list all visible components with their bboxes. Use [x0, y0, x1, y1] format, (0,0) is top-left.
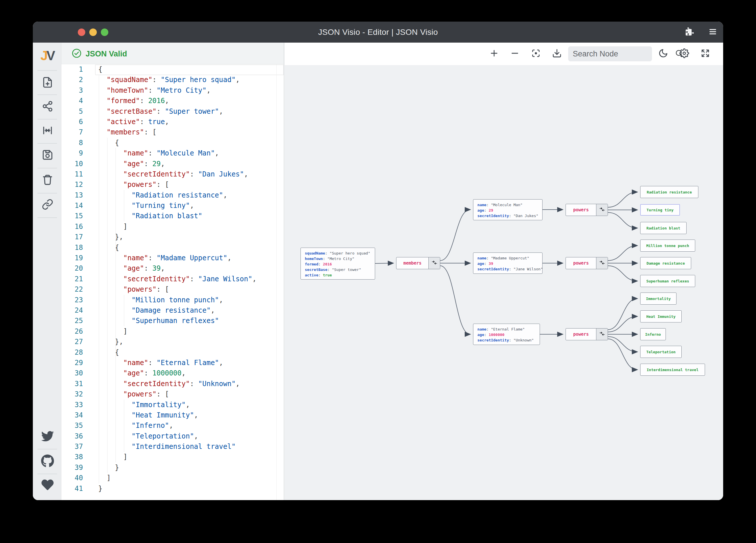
graph-node-leaf-damage-resistance[interactable]: Damage resistance	[640, 257, 691, 269]
graph-node-leaf-radiation-resistance[interactable]: Radiation resistance	[640, 186, 698, 198]
code-line[interactable]: "powers": [	[98, 179, 256, 190]
code-line[interactable]: "secretIdentity": "Dan Jukes",	[98, 169, 256, 179]
collapse-node-button[interactable]	[596, 204, 608, 216]
graph-node-members[interactable]: members	[396, 257, 440, 269]
graph-node-member-2[interactable]: name: "Madame Uppercut"age: 39secretIden…	[473, 253, 543, 274]
code-line[interactable]: "Turning tiny",	[98, 201, 256, 211]
code-line[interactable]: },	[98, 232, 256, 242]
theme-toggle-button[interactable]	[658, 48, 669, 59]
collapse-node-button[interactable]	[596, 258, 608, 269]
code-line[interactable]: "Immortality",	[98, 400, 256, 410]
new-document-button[interactable]	[41, 76, 54, 90]
graph-node-leaf-teleportation[interactable]: Teleportation	[640, 346, 682, 358]
graph-node-member-3[interactable]: name: "Eternal Flame"age: 1000000secretI…	[473, 323, 540, 345]
github-button[interactable]	[41, 455, 54, 468]
graph-canvas[interactable]: squadName: "Super hero squad"homeTown: "…	[285, 43, 723, 500]
code-line[interactable]: "powers": [	[98, 389, 256, 399]
line-number: 32	[61, 389, 83, 399]
graph-node-leaf-turning-tiny[interactable]: Turning tiny	[640, 204, 680, 216]
line-number: 35	[61, 420, 83, 431]
code-line[interactable]: },	[98, 336, 256, 347]
zoom-out-button[interactable]	[509, 48, 520, 59]
graph-node-leaf-inferno[interactable]: Inferno	[640, 328, 666, 340]
node-row: age: 29	[477, 208, 538, 213]
code-line[interactable]: "age": 29,	[98, 159, 256, 169]
collapse-node-button[interactable]	[428, 258, 440, 269]
code-line[interactable]: "secretIdentity": "Unknown",	[98, 379, 256, 389]
line-number: 17	[61, 232, 83, 242]
code-line[interactable]: "Million tonne punch",	[98, 295, 256, 305]
code-line[interactable]: "powers": [	[98, 284, 256, 294]
code-line[interactable]: "age": 39,	[98, 263, 256, 273]
code-line[interactable]: }	[98, 483, 256, 494]
sidebar-divider	[37, 218, 57, 218]
code-line[interactable]: "Radiation blast"	[98, 211, 256, 221]
graph-node-powers-3[interactable]: powers	[566, 328, 608, 340]
code-line[interactable]: "active": true,	[98, 117, 256, 127]
graph-node-leaf-superhuman-reflexes[interactable]: Superhuman reflexes	[640, 275, 695, 287]
array-node-label: powers	[566, 328, 596, 340]
zoom-in-button[interactable]	[489, 48, 500, 59]
share-button[interactable]	[41, 100, 54, 114]
code-line[interactable]: ]	[98, 452, 256, 462]
json-editor[interactable]: 1234567891011121314151617181920212223242…	[61, 64, 284, 500]
line-number: 26	[61, 326, 83, 336]
code-line[interactable]: "Superhuman reflexes"	[98, 315, 256, 326]
code-area[interactable]: { "squadName": "Super hero squad", "home…	[98, 64, 256, 494]
save-button[interactable]	[41, 149, 54, 162]
graph-node-leaf-heat-immunity[interactable]: Heat Immunity	[640, 310, 682, 322]
code-line[interactable]: "secretBase": "Super tower",	[98, 106, 256, 117]
line-number: 13	[61, 190, 83, 201]
graph-node-leaf-million-tonne-punch[interactable]: Million tonne punch	[640, 240, 695, 252]
code-line[interactable]: "age": 1000000,	[98, 368, 256, 378]
browser-menu-button[interactable]	[707, 27, 718, 38]
code-line[interactable]: "Radiation resistance",	[98, 190, 256, 201]
center-view-button[interactable]	[530, 48, 541, 59]
settings-button[interactable]	[679, 48, 690, 59]
code-line[interactable]: {	[98, 347, 256, 357]
graph-node-powers-1[interactable]: powers	[566, 204, 608, 216]
graph-node-leaf-interdimensional-travel[interactable]: Interdimensional travel	[640, 364, 705, 376]
file-plus-icon	[42, 77, 53, 89]
code-line[interactable]: "members": [	[98, 127, 256, 137]
twitter-button[interactable]	[41, 430, 54, 444]
code-line[interactable]: "Inferno",	[98, 420, 256, 431]
code-line[interactable]: "Teleportation",	[98, 431, 256, 441]
node-row: secretIdentity: "Dan Jukes"	[477, 213, 538, 219]
graph-node-root[interactable]: squadName: "Super hero squad"homeTown: "…	[300, 248, 375, 279]
graph-node-leaf-immortality[interactable]: Immortality	[640, 292, 676, 304]
code-line[interactable]: ]	[98, 473, 256, 483]
code-line[interactable]: "name": "Molecule Man",	[98, 148, 256, 158]
code-line[interactable]: "formed": 2016,	[98, 96, 256, 106]
code-line[interactable]: "secretIdentity": "Jane Wilson",	[98, 274, 256, 284]
line-number: 9	[61, 148, 83, 158]
code-line[interactable]: "name": "Eternal Flame",	[98, 357, 256, 368]
graph-node-member-1[interactable]: name: "Molecule Man"age: 29secretIdentit…	[473, 199, 543, 220]
sponsor-button[interactable]	[41, 478, 54, 492]
code-line[interactable]: "homeTown": "Metro City",	[98, 85, 256, 96]
code-line[interactable]: {	[98, 138, 256, 148]
code-line[interactable]: ]	[98, 222, 256, 232]
collapse-node-button[interactable]	[596, 328, 608, 340]
code-line[interactable]: }	[98, 462, 256, 473]
graph-node-leaf-radiation-blast[interactable]: Radiation blast	[640, 222, 687, 234]
code-line[interactable]: ]	[98, 326, 256, 336]
editor-scrollbar-rule	[276, 64, 277, 500]
link-button[interactable]	[41, 198, 54, 212]
graph-edge	[608, 192, 637, 207]
app-logo[interactable]: JV	[33, 48, 61, 63]
code-line[interactable]: {	[98, 64, 256, 75]
code-line[interactable]: "name": "Madame Uppercut",	[98, 253, 256, 263]
code-line[interactable]: "squadName": "Super hero squad",	[98, 75, 256, 85]
code-line[interactable]: {	[98, 243, 256, 253]
extensions-button[interactable]	[684, 27, 695, 38]
code-line[interactable]: "Interdimensional travel"	[98, 441, 256, 452]
line-number: 33	[61, 400, 83, 410]
code-line[interactable]: "Damage resistance",	[98, 305, 256, 315]
fullscreen-button[interactable]	[700, 48, 711, 59]
delete-button[interactable]	[41, 173, 54, 187]
graph-node-powers-2[interactable]: powers	[566, 257, 608, 269]
center-layout-button[interactable]	[41, 124, 54, 138]
code-line[interactable]: "Heat Immunity",	[98, 410, 256, 420]
download-button[interactable]	[551, 48, 562, 59]
